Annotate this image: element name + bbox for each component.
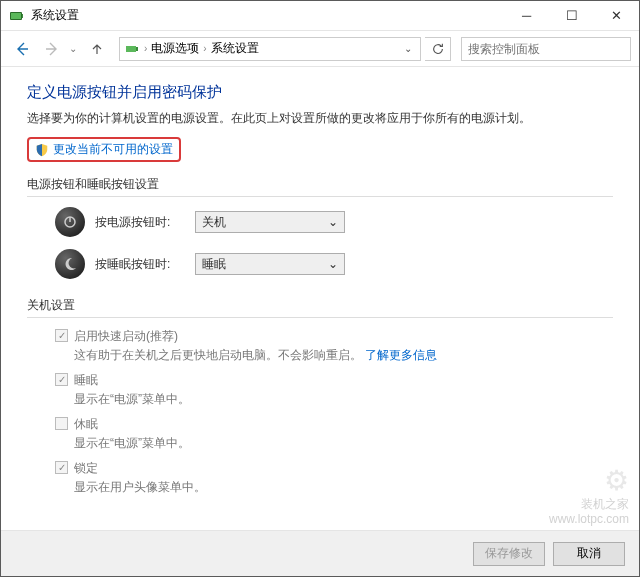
close-button[interactable]: ✕: [594, 1, 639, 30]
checkbox-sleep: ✓ 睡眠: [55, 372, 613, 389]
checkbox-label: 锁定: [74, 460, 98, 477]
checkbox-sub: 显示在“电源”菜单中。: [74, 391, 613, 408]
section-header-shutdown: 关机设置: [27, 297, 613, 318]
learn-more-link[interactable]: 了解更多信息: [365, 348, 437, 362]
cancel-button[interactable]: 取消: [553, 542, 625, 566]
checkbox-fast-startup: ✓ 启用快速启动(推荐): [55, 328, 613, 345]
page-heading: 定义电源按钮并启用密码保护: [27, 83, 613, 102]
section-header-buttons: 电源按钮和睡眠按钮设置: [27, 176, 613, 197]
power-button-row: 按电源按钮时: 关机 ⌄: [55, 207, 613, 237]
chevron-right-icon: ›: [203, 43, 206, 54]
content-area: 定义电源按钮并启用密码保护 选择要为你的计算机设置的电源设置。在此页上对设置所做…: [1, 67, 639, 530]
checkbox-label: 启用快速启动(推荐): [74, 328, 178, 345]
link-text: 更改当前不可用的设置: [53, 141, 173, 158]
search-input[interactable]: [461, 37, 631, 61]
back-button[interactable]: [9, 36, 35, 62]
checkbox: ✓: [55, 373, 68, 386]
recent-dropdown-icon[interactable]: ⌄: [69, 43, 77, 54]
sleep-button-row: 按睡眠按钮时: 睡眠 ⌄: [55, 249, 613, 279]
checkbox: ✓: [55, 461, 68, 474]
sleep-button-select[interactable]: 睡眠 ⌄: [195, 253, 345, 275]
checkbox-sub: 显示在用户头像菜单中。: [74, 479, 613, 496]
change-unavailable-settings-link[interactable]: 更改当前不可用的设置: [27, 137, 181, 162]
checkbox: [55, 417, 68, 430]
chevron-down-icon: ⌄: [328, 215, 338, 229]
chevron-right-icon: ›: [144, 43, 147, 54]
page-description: 选择要为你的计算机设置的电源设置。在此页上对设置所做的更改将应用于你所有的电源计…: [27, 110, 613, 127]
checkbox-label: 睡眠: [74, 372, 98, 389]
checkbox-hibernate: 休眠: [55, 416, 613, 433]
checkbox-label: 休眠: [74, 416, 98, 433]
checkbox-lock: ✓ 锁定: [55, 460, 613, 477]
breadcrumb-item[interactable]: 电源选项: [151, 40, 199, 57]
sleep-button-label: 按睡眠按钮时:: [95, 256, 185, 273]
footer: 保存修改 取消: [1, 530, 639, 576]
up-button[interactable]: [85, 37, 109, 61]
power-icon: [55, 207, 85, 237]
power-button-label: 按电源按钮时:: [95, 214, 185, 231]
select-value: 睡眠: [202, 256, 226, 273]
address-bar[interactable]: › 电源选项 › 系统设置 ⌄: [119, 37, 421, 61]
moon-icon: [55, 249, 85, 279]
battery-icon: [124, 41, 140, 57]
forward-button[interactable]: [39, 36, 65, 62]
battery-icon: [9, 8, 25, 24]
window-title: 系统设置: [31, 7, 504, 24]
control-panel-window: 系统设置 ─ ☐ ✕ ⌄ › 电源选项 › 系统设置 ⌄ 定义电源按钮并启用密码…: [0, 0, 640, 577]
checkbox: ✓: [55, 329, 68, 342]
maximize-button[interactable]: ☐: [549, 1, 594, 30]
power-button-select[interactable]: 关机 ⌄: [195, 211, 345, 233]
checkbox-sub: 显示在“电源”菜单中。: [74, 435, 613, 452]
chevron-down-icon: ⌄: [328, 257, 338, 271]
navbar: ⌄ › 电源选项 › 系统设置 ⌄: [1, 31, 639, 67]
minimize-button[interactable]: ─: [504, 1, 549, 30]
save-button[interactable]: 保存修改: [473, 542, 545, 566]
shield-icon: [35, 143, 49, 157]
address-dropdown-icon[interactable]: ⌄: [400, 43, 416, 54]
breadcrumb-item[interactable]: 系统设置: [211, 40, 259, 57]
checkbox-sub: 这有助于在关机之后更快地启动电脑。不会影响重启。 了解更多信息: [74, 347, 613, 364]
select-value: 关机: [202, 214, 226, 231]
refresh-button[interactable]: [425, 37, 451, 61]
titlebar: 系统设置 ─ ☐ ✕: [1, 1, 639, 31]
